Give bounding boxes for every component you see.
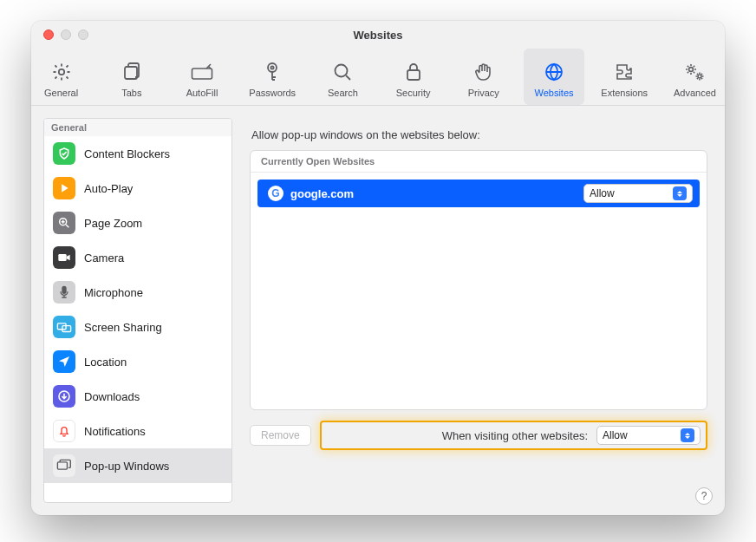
sidebar-item-label: Location	[84, 356, 127, 369]
site-permission-select[interactable]: Allow	[583, 184, 693, 203]
tab-security[interactable]: Security	[383, 49, 443, 105]
help-button[interactable]: ?	[695, 487, 713, 505]
other-websites-value: Allow	[603, 429, 628, 441]
site-row[interactable]: G google.com Allow	[257, 180, 700, 207]
sidebar-item-label: Pop-up Windows	[84, 460, 169, 473]
content-pane: Allow pop-up windows on the websites bel…	[244, 118, 713, 503]
location-arrow-icon	[53, 350, 75, 373]
svg-rect-1	[125, 67, 137, 79]
sidebar-item-notifications[interactable]: Notifications	[44, 414, 231, 448]
tab-tabs[interactable]: Tabs	[101, 49, 161, 105]
tabs-icon	[120, 60, 144, 84]
gears-icon	[682, 60, 707, 84]
site-permission-value: Allow	[590, 187, 615, 199]
svg-rect-12	[62, 286, 66, 293]
tab-label: Extensions	[601, 88, 648, 98]
tab-privacy[interactable]: Privacy	[453, 49, 513, 105]
camera-icon	[53, 246, 75, 269]
sidebar-item-label: Auto-Play	[84, 182, 133, 195]
screens-icon	[53, 316, 75, 338]
svg-point-9	[698, 75, 701, 78]
lock-icon	[401, 60, 426, 84]
tab-extensions[interactable]: Extensions	[595, 49, 655, 105]
titlebar: Websites	[31, 21, 725, 49]
chevron-updown-icon	[681, 428, 694, 442]
sidebar-item-location[interactable]: Location	[44, 344, 231, 379]
tab-websites[interactable]: Websites	[524, 49, 583, 105]
sidebar-item-label: Downloads	[84, 390, 140, 403]
sidebar-item-popup-windows[interactable]: Pop-up Windows	[44, 448, 231, 483]
sidebar-item-label: Camera	[84, 251, 124, 264]
remove-button[interactable]: Remove	[250, 425, 311, 446]
download-icon	[53, 385, 75, 408]
site-table-header: Currently Open Websites	[251, 151, 707, 173]
body: General Content Blockers Auto-Play	[31, 106, 725, 515]
tab-autofill[interactable]: AutoFill	[172, 49, 231, 105]
close-button[interactable]	[43, 29, 54, 40]
sidebar-item-microphone[interactable]: Microphone	[44, 275, 231, 310]
hand-icon	[472, 60, 496, 84]
tab-label: AutoFill	[186, 88, 218, 98]
search-icon	[330, 60, 355, 84]
sidebar-item-label: Notifications	[84, 425, 146, 438]
gear-icon	[49, 60, 74, 84]
tab-label: Security	[396, 88, 431, 98]
tab-general[interactable]: General	[31, 49, 91, 105]
minimize-button[interactable]	[61, 29, 71, 40]
tab-label: Passwords	[249, 88, 296, 98]
svg-point-4	[271, 66, 274, 69]
tab-advanced[interactable]: Advanced	[665, 49, 725, 105]
footer-row: Remove When visiting other websites: All…	[250, 421, 707, 450]
window-title: Websites	[354, 29, 403, 42]
google-favicon-icon: G	[268, 186, 284, 201]
maximize-button[interactable]	[78, 29, 88, 40]
traffic-lights	[43, 29, 88, 40]
sidebar-item-downloads[interactable]: Downloads	[44, 379, 231, 414]
sidebar-section-header: General	[44, 119, 231, 136]
sidebar-item-auto-play[interactable]: Auto-Play	[44, 171, 231, 206]
chevron-updown-icon	[673, 186, 687, 200]
content-heading: Allow pop-up windows on the websites bel…	[251, 128, 706, 141]
svg-rect-14	[62, 326, 71, 332]
zoom-icon	[53, 212, 75, 234]
site-table: Currently Open Websites G google.com All…	[250, 150, 707, 410]
site-domain: google.com	[290, 187, 354, 200]
other-websites-label: When visiting other websites:	[442, 429, 588, 442]
puzzle-icon	[612, 60, 636, 84]
sidebar-item-label: Screen Sharing	[84, 321, 162, 334]
svg-point-8	[689, 67, 694, 71]
autofill-icon	[190, 60, 214, 84]
sidebar-item-camera[interactable]: Camera	[44, 240, 231, 275]
svg-rect-2	[192, 69, 212, 79]
other-websites-highlight: When visiting other websites: Allow	[320, 421, 707, 450]
sidebar-item-screen-sharing[interactable]: Screen Sharing	[44, 310, 231, 344]
svg-point-5	[336, 64, 348, 76]
sidebar-item-content-blockers[interactable]: Content Blockers	[44, 136, 231, 171]
microphone-icon	[53, 281, 75, 304]
tab-label: Websites	[534, 88, 573, 98]
preferences-window: Websites General Tabs	[31, 21, 725, 515]
bell-icon	[53, 420, 75, 442]
play-icon	[53, 177, 75, 199]
svg-point-0	[58, 69, 63, 74]
other-websites-select[interactable]: Allow	[596, 426, 701, 445]
prefs-toolbar: General Tabs AutoFill Pass	[31, 49, 725, 106]
sidebar-item-label: Content Blockers	[84, 147, 170, 160]
tab-label: Privacy	[468, 88, 499, 98]
shield-check-icon	[53, 142, 75, 165]
svg-point-3	[268, 63, 277, 72]
sidebar: General Content Blockers Auto-Play	[43, 118, 232, 503]
svg-rect-16	[57, 462, 67, 469]
tab-label: General	[44, 88, 78, 98]
tab-search[interactable]: Search	[313, 49, 373, 105]
tab-passwords[interactable]: Passwords	[243, 49, 303, 105]
tab-label: Tabs	[121, 88, 141, 98]
key-icon	[260, 60, 284, 84]
sidebar-item-label: Microphone	[84, 286, 143, 299]
windows-icon	[53, 454, 75, 477]
site-row-label: G google.com	[268, 186, 354, 201]
tab-label: Search	[328, 88, 358, 98]
sidebar-item-page-zoom[interactable]: Page Zoom	[44, 206, 231, 240]
sidebar-item-label: Page Zoom	[84, 217, 142, 230]
svg-rect-6	[407, 70, 420, 80]
